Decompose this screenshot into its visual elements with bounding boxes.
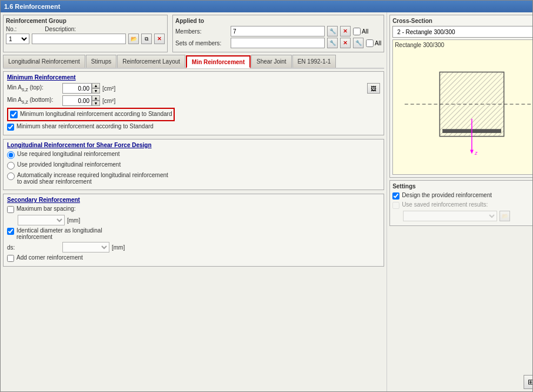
identical-diam-checkbox[interactable] bbox=[7, 228, 14, 235]
max-bar-spacing-row: Maximum bar spacing: bbox=[7, 205, 380, 213]
radio-required-input[interactable] bbox=[7, 151, 15, 159]
long-shear-section: Longitudinal Reinforcement for Shear For… bbox=[3, 139, 384, 190]
min-long-checkbox[interactable] bbox=[10, 111, 18, 118]
min-bottom-unit: [cm²] bbox=[102, 98, 115, 104]
tab-en-1992[interactable]: EN 1992-1-1 bbox=[292, 55, 337, 68]
min-top-up[interactable]: ▲ bbox=[92, 83, 100, 88]
left-panel: Reinforcement Group No.: Description: 1 … bbox=[1, 12, 387, 391]
radio-provided-input[interactable] bbox=[7, 162, 15, 170]
sets-btn3[interactable]: 🔧 bbox=[353, 38, 364, 48]
members-btn2[interactable]: ✕ bbox=[340, 26, 351, 36]
min-top-spinner: ▲ ▼ bbox=[62, 83, 100, 94]
window-title: 1.6 Reinforcement bbox=[4, 3, 60, 10]
add-corner-row: Add corner reinforcement bbox=[7, 254, 380, 262]
ds-select[interactable] bbox=[62, 242, 109, 253]
svg-marker-7 bbox=[470, 150, 474, 154]
use-saved-row: Use saved reinforcement results: bbox=[392, 201, 532, 209]
tabs-row: Longitudinal Reinforcement Stirrups Rein… bbox=[3, 55, 384, 69]
min-reinforcement-section: Minimum Reinforcement Min As,z (top): ▲ … bbox=[3, 71, 384, 135]
reinforcement-group-title: Reinforcement Group bbox=[6, 18, 165, 24]
min-long-label: Minimum longitudinal reinforcement accor… bbox=[20, 111, 172, 117]
members-btn1[interactable]: 🔧 bbox=[327, 26, 338, 36]
delete-button[interactable]: ✕ bbox=[154, 34, 165, 44]
main-window: 1.6 Reinforcement Reinforcement Group No… bbox=[0, 0, 533, 392]
min-reinforcement-title: Minimum Reinforcement bbox=[7, 74, 380, 81]
bottom-btn-1[interactable]: ⊞ bbox=[524, 375, 532, 389]
use-saved-checkbox[interactable] bbox=[392, 202, 399, 209]
radio-provided: Use provided longitudinal reinforcement bbox=[7, 161, 380, 170]
settings-panel: Settings Design the provided reinforceme… bbox=[389, 180, 532, 226]
sets-row: Sets of members: 🔧 ✕ 🔧 All bbox=[175, 38, 381, 48]
max-bar-select[interactable] bbox=[18, 215, 65, 225]
min-bottom-label: Min As,z (bottom): bbox=[7, 97, 60, 105]
open-button[interactable]: 📂 bbox=[128, 34, 139, 44]
min-shear-checkbox[interactable] bbox=[7, 124, 14, 131]
min-bottom-down[interactable]: ▼ bbox=[92, 101, 100, 106]
min-bottom-spinbtns: ▲ ▼ bbox=[92, 95, 100, 106]
copy-button[interactable]: ⧉ bbox=[141, 34, 152, 44]
reinforcement-group-box: Reinforcement Group No.: Description: 1 … bbox=[3, 15, 168, 52]
radio-required-label: Use required longitudinal reinforcement bbox=[17, 151, 120, 157]
tab-min-reinforcement[interactable]: Min Reinforcement bbox=[186, 55, 251, 68]
cross-section-select[interactable]: 2 - Rectangle 300/300 1 - Rectangle 200/… bbox=[392, 26, 532, 38]
tab-shear-joint[interactable]: Shear Joint bbox=[251, 55, 292, 68]
add-corner-label: Add corner reinforcement bbox=[16, 254, 83, 261]
members-row: Members: 🔧 ✕ All bbox=[175, 26, 381, 36]
right-panel: Cross-Section 2 - Rectangle 300/300 1 - … bbox=[387, 12, 532, 391]
identical-diam-label: Identical diameter as longitudinalreinfo… bbox=[16, 227, 102, 240]
saved-select[interactable] bbox=[403, 211, 497, 221]
saved-select-row: 📂 bbox=[392, 211, 532, 221]
max-bar-spacing-label: Maximum bar spacing: bbox=[16, 205, 76, 212]
design-provided-row: Design the provided reinforcement bbox=[392, 192, 532, 200]
min-top-unit: [cm²] bbox=[102, 85, 115, 92]
tab-longitudinal[interactable]: Longitudinal Reinforcement bbox=[3, 55, 85, 68]
all-checkbox-row: All bbox=[353, 28, 368, 35]
min-bottom-spinner: ▲ ▼ bbox=[62, 95, 100, 106]
sets-btn2[interactable]: ✕ bbox=[340, 38, 351, 48]
applied-to-title: Applied to bbox=[175, 18, 381, 24]
svg-text:z: z bbox=[474, 150, 478, 156]
design-provided-checkbox[interactable] bbox=[392, 192, 399, 200]
no-desc-row: No.: Description: bbox=[6, 26, 165, 32]
saved-btn[interactable]: 📂 bbox=[499, 211, 510, 221]
all-label: All bbox=[362, 28, 368, 35]
min-long-highlight-box: Minimum longitudinal reinforcement accor… bbox=[7, 108, 175, 121]
cross-section-title: Cross-Section bbox=[392, 18, 532, 24]
min-bottom-input[interactable] bbox=[62, 95, 92, 106]
min-top-down[interactable]: ▼ bbox=[92, 88, 100, 94]
no-label: No.: bbox=[6, 26, 16, 32]
radio-auto-input[interactable] bbox=[7, 172, 15, 180]
all-sets-checkbox[interactable] bbox=[366, 39, 374, 47]
min-top-spinbtns: ▲ ▼ bbox=[92, 83, 100, 94]
tab-stirrups[interactable]: Stirrups bbox=[86, 55, 116, 68]
cross-section-panel: Cross-Section 2 - Rectangle 300/300 1 - … bbox=[389, 15, 532, 178]
title-bar: 1.6 Reinforcement bbox=[1, 1, 532, 12]
all-members-checkbox[interactable] bbox=[353, 28, 361, 35]
secondary-reinf-title: Secondary Reinforcement bbox=[7, 197, 380, 203]
members-input[interactable] bbox=[231, 26, 325, 36]
min-top-input[interactable] bbox=[62, 83, 92, 94]
tab-reinf-layout[interactable]: Reinforcement Layout bbox=[117, 55, 185, 68]
add-corner-checkbox[interactable] bbox=[7, 255, 14, 262]
ds-unit: [mm] bbox=[112, 244, 125, 251]
desc-label: Description: bbox=[45, 26, 76, 32]
content-area: Reinforcement Group No.: Description: 1 … bbox=[1, 12, 532, 391]
cs-svg: y z bbox=[393, 40, 532, 174]
min-top-row: Min As,z (top): ▲ ▼ [cm²] 🖼 bbox=[7, 83, 380, 94]
sets-label: Sets of members: bbox=[175, 40, 228, 46]
min-shear-row: Minimum shear reinforcement according to… bbox=[7, 123, 380, 131]
radio-auto: Automatically increase required longitud… bbox=[7, 172, 380, 185]
sets-input[interactable] bbox=[231, 38, 325, 48]
applied-to-box: Applied to Members: 🔧 ✕ All Sets of memb… bbox=[172, 15, 384, 52]
sets-btn1[interactable]: 🔧 bbox=[327, 38, 338, 48]
max-bar-unit: [mm] bbox=[67, 217, 80, 224]
min-top-imgbtn[interactable]: 🖼 bbox=[367, 83, 380, 94]
use-saved-label: Use saved reinforcement results: bbox=[402, 201, 488, 208]
max-bar-spacing-checkbox[interactable] bbox=[7, 206, 14, 213]
no-select[interactable]: 1 bbox=[6, 34, 29, 44]
radio-auto-label: Automatically increase required longitud… bbox=[17, 172, 168, 185]
description-input[interactable] bbox=[32, 34, 126, 44]
min-bottom-up[interactable]: ▲ bbox=[92, 95, 100, 101]
ds-row: ds: [mm] bbox=[7, 242, 380, 253]
members-label: Members: bbox=[175, 28, 228, 35]
